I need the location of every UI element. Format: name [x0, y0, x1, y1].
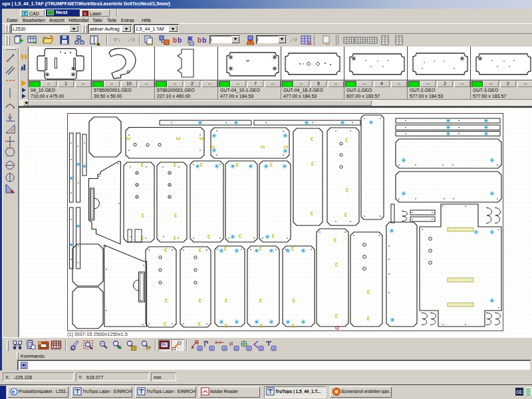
svg-text:b: b [202, 37, 206, 44]
svg-text:DE: DE [516, 390, 523, 394]
svg-text:b: b [198, 37, 201, 44]
svg-text:L: L [84, 11, 87, 16]
svg-text:e: e [12, 388, 15, 395]
svg-text:b: b [178, 37, 182, 44]
svg-text:(1) St37-15 2500x1250x1,5: (1) St37-15 2500x1250x1,5 [67, 331, 128, 337]
svg-text:b: b [173, 37, 177, 44]
svg-text:T: T [23, 11, 27, 16]
svg-text:i: i [229, 340, 231, 347]
